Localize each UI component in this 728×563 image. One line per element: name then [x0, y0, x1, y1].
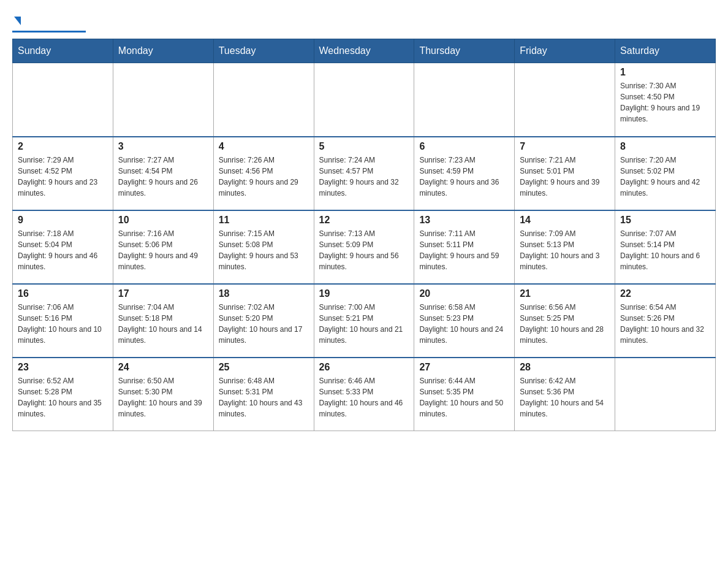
day-number: 4 — [219, 141, 309, 152]
calendar-header-row: SundayMondayTuesdayWednesdayThursdayFrid… — [13, 39, 716, 63]
day-number: 7 — [520, 141, 610, 152]
calendar-day-cell — [113, 63, 213, 137]
day-sun-info: Sunrise: 7:04 AMSunset: 5:18 PMDaylight:… — [118, 302, 208, 346]
day-number: 5 — [319, 141, 409, 152]
day-number: 14 — [520, 215, 610, 226]
day-number: 6 — [419, 141, 509, 152]
day-number: 11 — [219, 215, 309, 226]
calendar-day-cell: 5Sunrise: 7:24 AMSunset: 4:57 PMDaylight… — [314, 137, 414, 210]
day-sun-info: Sunrise: 7:02 AMSunset: 5:20 PMDaylight:… — [219, 302, 309, 346]
day-number: 22 — [620, 288, 710, 299]
calendar-day-cell: 26Sunrise: 6:46 AMSunset: 5:33 PMDayligh… — [314, 358, 414, 431]
day-number: 2 — [18, 141, 108, 152]
calendar-day-cell: 6Sunrise: 7:23 AMSunset: 4:59 PMDaylight… — [414, 137, 515, 210]
calendar-day-cell — [615, 358, 716, 431]
day-sun-info: Sunrise: 7:18 AMSunset: 5:04 PMDaylight:… — [18, 228, 108, 272]
day-sun-info: Sunrise: 7:30 AMSunset: 4:50 PMDaylight:… — [620, 80, 710, 124]
day-sun-info: Sunrise: 7:29 AMSunset: 4:52 PMDaylight:… — [18, 155, 108, 199]
calendar-day-cell: 10Sunrise: 7:16 AMSunset: 5:06 PMDayligh… — [113, 210, 213, 284]
day-sun-info: Sunrise: 7:15 AMSunset: 5:08 PMDaylight:… — [219, 228, 309, 272]
calendar-week-row: 1Sunrise: 7:30 AMSunset: 4:50 PMDaylight… — [13, 63, 716, 137]
day-sun-info: Sunrise: 7:21 AMSunset: 5:01 PMDaylight:… — [520, 155, 610, 199]
day-sun-info: Sunrise: 7:09 AMSunset: 5:13 PMDaylight:… — [520, 228, 610, 272]
day-number: 8 — [620, 141, 710, 152]
calendar-day-cell: 20Sunrise: 6:58 AMSunset: 5:23 PMDayligh… — [414, 284, 515, 358]
day-number: 12 — [319, 215, 409, 226]
calendar-day-cell: 1Sunrise: 7:30 AMSunset: 4:50 PMDaylight… — [615, 63, 716, 137]
logo-text — [12, 12, 21, 29]
day-number: 19 — [319, 288, 409, 299]
day-sun-info: Sunrise: 7:07 AMSunset: 5:14 PMDaylight:… — [620, 228, 710, 272]
calendar-day-cell: 13Sunrise: 7:11 AMSunset: 5:11 PMDayligh… — [414, 210, 515, 284]
calendar-day-cell: 19Sunrise: 7:00 AMSunset: 5:21 PMDayligh… — [314, 284, 414, 358]
day-number: 18 — [219, 288, 309, 299]
calendar-day-cell: 27Sunrise: 6:44 AMSunset: 5:35 PMDayligh… — [414, 358, 515, 431]
weekday-header-friday: Friday — [515, 39, 615, 63]
weekday-header-saturday: Saturday — [615, 39, 716, 63]
day-number: 27 — [419, 362, 509, 373]
day-number: 23 — [18, 362, 108, 373]
calendar-day-cell: 7Sunrise: 7:21 AMSunset: 5:01 PMDaylight… — [515, 137, 615, 210]
day-sun-info: Sunrise: 7:16 AMSunset: 5:06 PMDaylight:… — [118, 228, 208, 272]
calendar-day-cell: 2Sunrise: 7:29 AMSunset: 4:52 PMDaylight… — [13, 137, 113, 210]
day-sun-info: Sunrise: 6:44 AMSunset: 5:35 PMDaylight:… — [419, 375, 509, 419]
logo-triangle-icon — [14, 17, 21, 25]
calendar-table: SundayMondayTuesdayWednesdayThursdayFrid… — [12, 39, 716, 431]
day-sun-info: Sunrise: 7:20 AMSunset: 5:02 PMDaylight:… — [620, 155, 710, 199]
calendar-week-row: 2Sunrise: 7:29 AMSunset: 4:52 PMDaylight… — [13, 137, 716, 210]
day-sun-info: Sunrise: 6:46 AMSunset: 5:33 PMDaylight:… — [319, 375, 409, 419]
day-sun-info: Sunrise: 7:06 AMSunset: 5:16 PMDaylight:… — [18, 302, 108, 346]
calendar-week-row: 23Sunrise: 6:52 AMSunset: 5:28 PMDayligh… — [13, 358, 716, 431]
day-sun-info: Sunrise: 6:56 AMSunset: 5:25 PMDaylight:… — [520, 302, 610, 346]
calendar-day-cell: 22Sunrise: 6:54 AMSunset: 5:26 PMDayligh… — [615, 284, 716, 358]
weekday-header-wednesday: Wednesday — [314, 39, 414, 63]
day-number: 25 — [219, 362, 309, 373]
calendar-day-cell — [213, 63, 314, 137]
day-sun-info: Sunrise: 6:42 AMSunset: 5:36 PMDaylight:… — [520, 375, 610, 419]
calendar-day-cell: 12Sunrise: 7:13 AMSunset: 5:09 PMDayligh… — [314, 210, 414, 284]
day-sun-info: Sunrise: 7:23 AMSunset: 4:59 PMDaylight:… — [419, 155, 509, 199]
calendar-day-cell: 21Sunrise: 6:56 AMSunset: 5:25 PMDayligh… — [515, 284, 615, 358]
calendar-day-cell — [515, 63, 615, 137]
day-number: 15 — [620, 215, 710, 226]
calendar-day-cell — [13, 63, 113, 137]
day-sun-info: Sunrise: 6:58 AMSunset: 5:23 PMDaylight:… — [419, 302, 509, 346]
page-header — [12, 12, 716, 33]
day-sun-info: Sunrise: 7:24 AMSunset: 4:57 PMDaylight:… — [319, 155, 409, 199]
day-number: 26 — [319, 362, 409, 373]
calendar-day-cell: 25Sunrise: 6:48 AMSunset: 5:31 PMDayligh… — [213, 358, 314, 431]
weekday-header-monday: Monday — [113, 39, 213, 63]
calendar-day-cell: 17Sunrise: 7:04 AMSunset: 5:18 PMDayligh… — [113, 284, 213, 358]
weekday-header-tuesday: Tuesday — [213, 39, 314, 63]
calendar-day-cell: 8Sunrise: 7:20 AMSunset: 5:02 PMDaylight… — [615, 137, 716, 210]
day-number: 3 — [118, 141, 208, 152]
calendar-day-cell — [314, 63, 414, 137]
calendar-day-cell: 3Sunrise: 7:27 AMSunset: 4:54 PMDaylight… — [113, 137, 213, 210]
day-sun-info: Sunrise: 7:27 AMSunset: 4:54 PMDaylight:… — [118, 155, 208, 199]
calendar-day-cell: 28Sunrise: 6:42 AMSunset: 5:36 PMDayligh… — [515, 358, 615, 431]
day-number: 24 — [118, 362, 208, 373]
calendar-day-cell: 16Sunrise: 7:06 AMSunset: 5:16 PMDayligh… — [13, 284, 113, 358]
calendar-day-cell: 23Sunrise: 6:52 AMSunset: 5:28 PMDayligh… — [13, 358, 113, 431]
calendar-week-row: 9Sunrise: 7:18 AMSunset: 5:04 PMDaylight… — [13, 210, 716, 284]
day-sun-info: Sunrise: 6:48 AMSunset: 5:31 PMDaylight:… — [219, 375, 309, 419]
day-number: 10 — [118, 215, 208, 226]
calendar-day-cell: 4Sunrise: 7:26 AMSunset: 4:56 PMDaylight… — [213, 137, 314, 210]
day-number: 13 — [419, 215, 509, 226]
logo — [12, 12, 86, 33]
weekday-header-sunday: Sunday — [13, 39, 113, 63]
calendar-day-cell: 9Sunrise: 7:18 AMSunset: 5:04 PMDaylight… — [13, 210, 113, 284]
day-number: 28 — [520, 362, 610, 373]
day-number: 20 — [419, 288, 509, 299]
day-number: 1 — [620, 67, 710, 78]
day-sun-info: Sunrise: 6:54 AMSunset: 5:26 PMDaylight:… — [620, 302, 710, 346]
day-sun-info: Sunrise: 7:26 AMSunset: 4:56 PMDaylight:… — [219, 155, 309, 199]
calendar-day-cell: 11Sunrise: 7:15 AMSunset: 5:08 PMDayligh… — [213, 210, 314, 284]
calendar-day-cell: 18Sunrise: 7:02 AMSunset: 5:20 PMDayligh… — [213, 284, 314, 358]
calendar-week-row: 16Sunrise: 7:06 AMSunset: 5:16 PMDayligh… — [13, 284, 716, 358]
calendar-day-cell — [414, 63, 515, 137]
logo-underline — [12, 31, 86, 33]
calendar-day-cell: 14Sunrise: 7:09 AMSunset: 5:13 PMDayligh… — [515, 210, 615, 284]
day-number: 21 — [520, 288, 610, 299]
day-number: 16 — [18, 288, 108, 299]
